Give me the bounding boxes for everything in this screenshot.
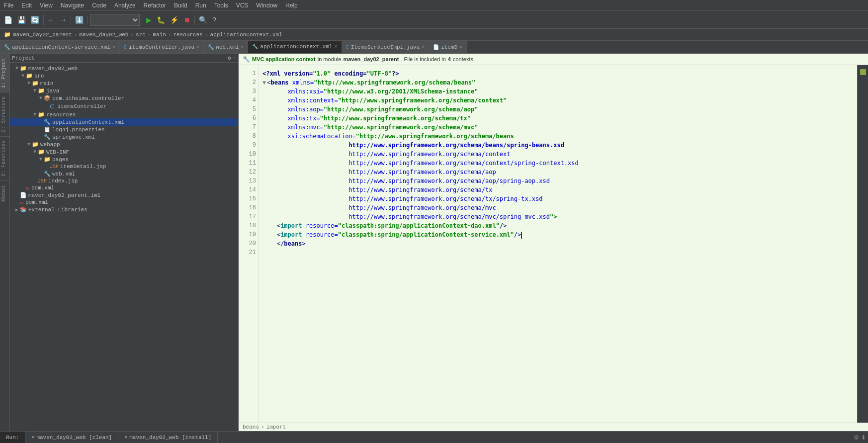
tab-close-icon[interactable]: × [422, 45, 425, 50]
tree-item-label: itemsController [57, 103, 106, 109]
menu-file[interactable]: File [0, 1, 17, 10]
debug-button[interactable]: 🐛 [155, 15, 167, 25]
sync-button[interactable]: 🔄 [29, 15, 41, 25]
sidebar-label-jrebel[interactable]: JRebel [0, 180, 9, 207]
sidebar-label-favorites[interactable]: 2: Favorites [0, 136, 9, 180]
menu-navigate[interactable]: Navigate [57, 1, 88, 10]
forward-button[interactable]: → [58, 15, 69, 25]
run-debug-button[interactable]: ⬇️ [73, 15, 86, 25]
bottom-tab-run[interactable]: Run: [0, 432, 25, 443]
tree-content: ▼ 📁 maven_day02_web ▼ 📁 src ▼ 📁 main [10, 63, 238, 431]
tab-label: itemsController.java [129, 44, 194, 50]
tree-item-src[interactable]: ▼ 📁 src [10, 72, 238, 80]
tab-close-icon[interactable]: × [196, 45, 199, 50]
project-icon: 📁 [4, 31, 11, 38]
tree-item-maven-web[interactable]: ▼ 📁 maven_day02_web [10, 65, 238, 72]
tree-item-pages[interactable]: ▼ 📁 pages [10, 156, 238, 163]
bc-file[interactable]: applicationContext.xml [210, 32, 282, 38]
menu-run[interactable]: Run [191, 1, 210, 10]
tree-settings-icon[interactable]: ⚙ [228, 55, 231, 61]
tree-item-itemDetail[interactable]: ▶ JSP itemDetail.jsp [10, 163, 238, 170]
tree-item-label: index.jsp [48, 178, 78, 184]
tree-item-webapp[interactable]: ▼ 📁 webapp [10, 141, 238, 148]
maven-icon: m [20, 199, 24, 205]
menu-vcs[interactable]: VCS [232, 1, 253, 10]
run-label: Run: [6, 435, 19, 441]
tab-itemd[interactable]: 📄 itemD × [429, 41, 467, 53]
tree-item-external-libs[interactable]: ▶ 📚 External Libraries [10, 206, 238, 213]
menu-help[interactable]: Help [281, 1, 302, 10]
folder-icon: 📁 [32, 141, 39, 148]
tree-item-main[interactable]: ▼ 📁 main [10, 80, 238, 87]
profile-button[interactable]: ⚡ [168, 15, 180, 25]
bc-root[interactable]: maven_day02_parent [13, 32, 72, 38]
tab-itemsServiceImpl[interactable]: C ItemsServiceImpl.java × [342, 41, 430, 53]
code-content[interactable]: <?xml version="1.0" encoding="UTF-8"?> ▼… [259, 65, 857, 423]
tree-item-itemsController[interactable]: ▶ C itemsController [10, 102, 238, 111]
scroll-button[interactable]: ⬇ [861, 434, 866, 441]
editor-path-import[interactable]: import [266, 424, 286, 430]
tree-item-index-jsp[interactable]: ▶ JSP index.jsp [10, 177, 238, 184]
tab-webxml[interactable]: 🔧 web.xml × [204, 41, 248, 53]
tab-applicationContext[interactable]: 🔧 applicationContext.xml × [248, 41, 342, 53]
module-name: maven_day02_parent [343, 56, 399, 62]
menu-analyze[interactable]: Analyze [110, 1, 140, 10]
run-button[interactable]: ▶ [144, 15, 154, 25]
tree-item-webinf[interactable]: ▼ 📁 WEB-INF [10, 148, 238, 156]
bc-main[interactable]: main [153, 32, 166, 38]
tree-item-label: log4j.properties [52, 127, 105, 133]
menu-view[interactable]: View [36, 1, 57, 10]
back-button[interactable]: ← [46, 15, 57, 25]
tab-applicationContext-service[interactable]: 🔧 applicationContext-service.xml × [0, 41, 120, 53]
menu-tools[interactable]: Tools [210, 1, 232, 10]
code-line-3: xmlns:xsi="http://www.w3.org/2001/XMLSch… [262, 87, 853, 96]
bc-web[interactable]: maven_day02_web [79, 32, 128, 38]
menu-code[interactable]: Code [88, 1, 110, 10]
run-config-combo[interactable] [90, 14, 140, 26]
save-button[interactable]: 💾 [15, 15, 28, 25]
tab-itemsController[interactable]: C itemsController.java × [120, 41, 204, 53]
tree-collapse-icon[interactable]: — [233, 55, 236, 61]
tree-item-pom-inner[interactable]: ▶ m pom.xml [10, 184, 238, 191]
tree-item-label: webapp [40, 142, 60, 148]
tree-arrow: ▼ [14, 66, 20, 71]
tree-item-pom-outer[interactable]: ▶ m pom.xml [10, 199, 238, 206]
tree-item-iml[interactable]: ▶ 📄 maven_day02_parent.iml [10, 191, 238, 199]
tab-label: applicationContext.xml [260, 44, 332, 50]
menu-build[interactable]: Build [170, 1, 191, 10]
tab-close-icon[interactable]: × [335, 44, 338, 50]
settings-button[interactable]: ⚙ [854, 434, 859, 441]
tree-item-springmvc[interactable]: ▶ 🔧 springmvc.xml [10, 133, 238, 141]
menu-edit[interactable]: Edit [17, 1, 36, 10]
menu-window[interactable]: Window [252, 1, 281, 10]
sidebar-label-project[interactable]: 1: Project [0, 54, 9, 92]
tree-item-webxml[interactable]: ▶ 🔧 web.xml [10, 170, 238, 177]
folder-icon: 📁 [38, 149, 45, 155]
help-button[interactable]: ? [210, 15, 218, 25]
tab-close-icon[interactable]: × [241, 45, 244, 50]
tab-close-icon[interactable]: × [459, 45, 462, 50]
menu-bar: File Edit View Navigate Code Analyze Ref… [0, 0, 868, 11]
tree-item-label: maven_day02_parent.iml [28, 192, 100, 198]
code-line-1: <?xml version="1.0" encoding="UTF-8"?> [262, 69, 853, 78]
tab-close-icon[interactable]: × [112, 45, 115, 50]
tree-item-java[interactable]: ▼ 📁 java [10, 87, 238, 94]
tree-item-log4j[interactable]: ▶ 📋 log4j.properties [10, 126, 238, 133]
search-button[interactable]: 🔍 [197, 15, 209, 25]
project-tree-title: Project [12, 55, 35, 61]
new-file-button[interactable]: 📄 [2, 15, 14, 25]
tree-item-package[interactable]: ▼ 📦 com.itheima.controller [10, 94, 238, 102]
code-editor[interactable]: 1 2 3 4 5 6 7 8 9 10 11 12 13 14 15 16 1… [239, 65, 868, 423]
stop-button[interactable]: ⏹ [181, 15, 192, 25]
bc-resources[interactable]: resources [174, 32, 203, 38]
menu-refactor[interactable]: Refactor [140, 1, 170, 10]
sidebar-label-structure[interactable]: 2: Structure [0, 92, 9, 136]
tree-arrow: ▼ [26, 81, 32, 86]
editor-path-beans[interactable]: beans [243, 424, 259, 430]
bottom-tab-install[interactable]: ● maven_day02_web [install] [118, 432, 218, 443]
bottom-tab-clean[interactable]: ● maven_day02_web [clean] [25, 432, 118, 443]
tree-item-applicationContext[interactable]: ▶ 🔧 applicationContext.xml [10, 118, 238, 126]
editor-area: 🔧 MVC application context in module mave… [239, 54, 868, 431]
bc-src[interactable]: src [136, 32, 146, 38]
tree-item-resources[interactable]: ▼ 📁 resources [10, 111, 238, 118]
